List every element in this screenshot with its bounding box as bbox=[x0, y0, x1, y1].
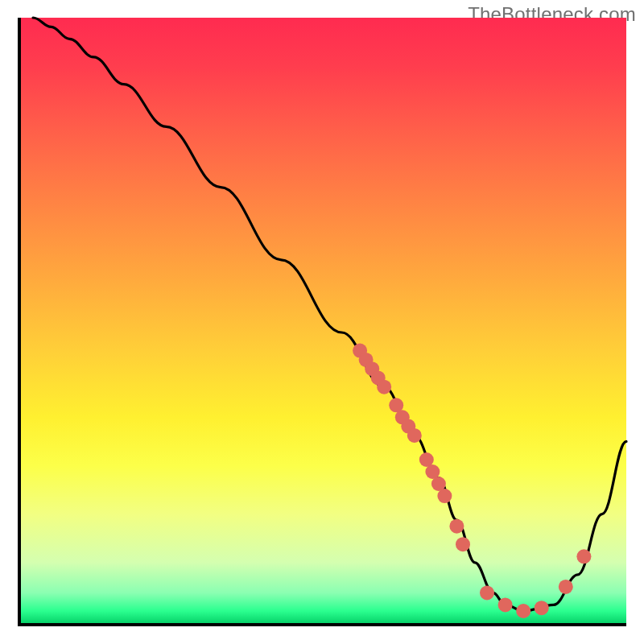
data-point bbox=[437, 489, 452, 503]
data-point bbox=[480, 585, 494, 600]
data-point bbox=[498, 597, 513, 612]
data-point bbox=[576, 549, 591, 564]
main-curve bbox=[33, 18, 626, 611]
chart-stage: TheBottleneck.com bbox=[0, 0, 644, 644]
data-point bbox=[516, 604, 530, 618]
data-point bbox=[377, 380, 391, 394]
data-point bbox=[407, 428, 422, 443]
plot-area bbox=[18, 18, 626, 626]
data-point bbox=[456, 537, 470, 551]
data-point bbox=[559, 580, 573, 594]
scatter-dots bbox=[353, 344, 591, 618]
chart-svg bbox=[21, 18, 626, 623]
data-point bbox=[535, 601, 549, 615]
data-point bbox=[449, 519, 464, 534]
